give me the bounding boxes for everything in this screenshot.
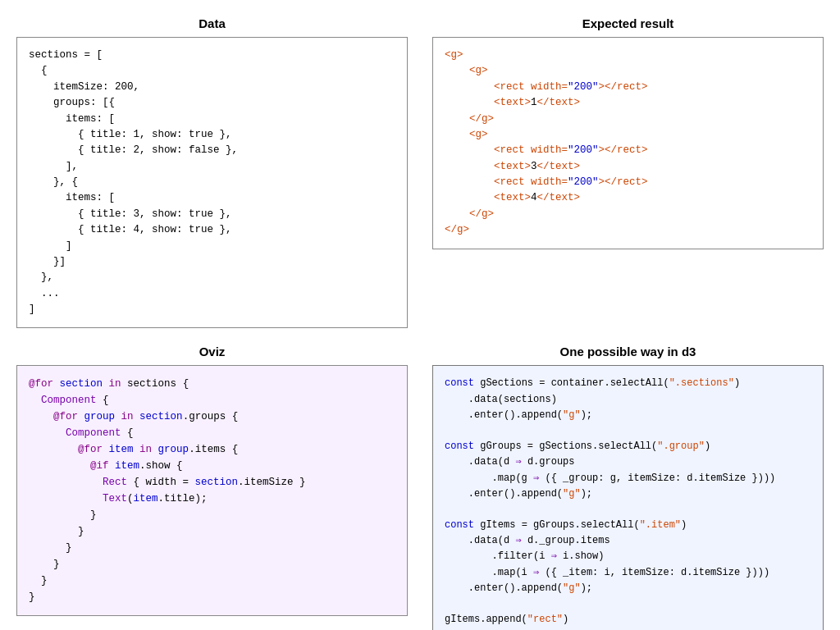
expected-code: <g> <g> <rect width="200"></rect> <text>…	[445, 48, 811, 239]
data-code-box: sections = [ { itemSize: 200, groups: [{…	[16, 37, 408, 328]
oviz-title: Oviz	[199, 345, 226, 358]
data-code: sections = [ { itemSize: 200, groups: [{…	[29, 48, 395, 317]
data-title: Data	[199, 16, 226, 30]
expected-title: Expected result	[582, 16, 674, 30]
d3-code-box: const gSections = container.selectAll(".…	[432, 365, 824, 630]
oviz-code-box: @for section in sections { Component { @…	[16, 365, 408, 616]
data-panel: Data sections = [ { itemSize: 200, group…	[16, 16, 408, 328]
d3-panel: One possible way in d3 const gSections =…	[432, 345, 824, 630]
oviz-code: @for section in sections { Component { @…	[29, 376, 395, 605]
d3-title: One possible way in d3	[560, 345, 696, 358]
d3-code: const gSections = container.selectAll(".…	[445, 376, 811, 630]
expected-panel: Expected result <g> <g> <rect width="200…	[432, 16, 824, 328]
oviz-panel: Oviz @for section in sections { Componen…	[16, 345, 408, 630]
expected-code-box: <g> <g> <rect width="200"></rect> <text>…	[432, 37, 824, 249]
